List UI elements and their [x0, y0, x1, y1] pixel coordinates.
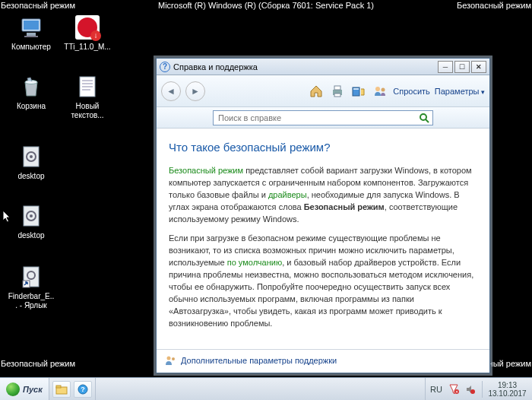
- help-footer: Дополнительные параметры поддержки: [157, 349, 489, 373]
- help-heading: Что такое безопасный режим?: [169, 139, 477, 156]
- icon-label: TTi_11.0_M...: [64, 43, 111, 52]
- clock-time: 19:13: [487, 381, 527, 389]
- svg-point-15: [30, 214, 33, 217]
- svg-point-36: [470, 389, 475, 394]
- icon-label: Компьютер: [8, 43, 55, 52]
- desktop-icon-finderbar-shortcut[interactable]: Finderbar_E... - Ярлык: [8, 265, 55, 310]
- help-paragraph-2: Если при загрузке в безопасном режиме су…: [169, 233, 477, 330]
- volume-icon[interactable]: [465, 384, 476, 395]
- maximize-button[interactable]: ☐: [454, 61, 470, 73]
- help-searchbar: [157, 107, 489, 129]
- icon-label: Корзина: [8, 102, 55, 111]
- support-more-link[interactable]: Дополнительные параметры поддержки: [181, 356, 337, 365]
- text-file-icon: [75, 75, 100, 99]
- close-button[interactable]: ✕: [471, 61, 486, 73]
- ask-someone-icon[interactable]: [372, 83, 388, 100]
- quicklaunch: ?: [49, 378, 96, 400]
- options-link[interactable]: Параметры: [435, 87, 485, 96]
- help-paragraph-1: Безопасный режим представляет собой вари…: [169, 165, 477, 226]
- svg-point-24: [375, 87, 380, 91]
- forward-button[interactable]: ►: [185, 81, 205, 101]
- icon-label: desktop: [8, 172, 55, 181]
- svg-point-26: [420, 114, 426, 120]
- search-button[interactable]: [416, 111, 432, 125]
- ask-link[interactable]: Спросить: [393, 87, 430, 96]
- icon-label: desktop: [8, 231, 55, 240]
- window-titlebar[interactable]: ? Справка и поддержка ─ ☐ ✕: [157, 59, 489, 75]
- action-center-icon[interactable]: ✕: [448, 384, 459, 395]
- svg-point-29: [172, 357, 175, 360]
- clock[interactable]: 19:13 13.10.2017: [482, 381, 527, 398]
- svg-rect-23: [353, 88, 359, 90]
- svg-rect-21: [334, 94, 340, 97]
- windows-orb-icon: [6, 383, 20, 396]
- help-support-window: ? Справка и поддержка ─ ☐ ✕ ◄ ► Спросить…: [156, 58, 490, 373]
- svg-point-12: [30, 155, 33, 158]
- svg-rect-3: [24, 36, 38, 37]
- window-title: Справка и поддержка: [173, 62, 438, 71]
- help-toolbar: ◄ ► Спросить Параметры: [157, 75, 489, 107]
- svg-line-27: [426, 119, 429, 122]
- desktop-icon-recyclebin[interactable]: Корзина: [8, 75, 55, 111]
- computer-icon: [19, 15, 43, 40]
- svg-rect-2: [27, 33, 36, 36]
- support-icon: [164, 354, 176, 367]
- desktop-icon-desktopini-2[interactable]: desktop: [8, 204, 55, 240]
- language-indicator[interactable]: RU: [430, 385, 442, 394]
- safemode-corner-tr: Безопасный режим: [457, 1, 531, 10]
- icon-label: Finderbar_E... - Ярлык: [8, 292, 55, 310]
- start-button[interactable]: Пуск: [0, 378, 49, 400]
- svg-text:?: ?: [81, 386, 85, 393]
- start-label: Пуск: [23, 385, 43, 394]
- back-button[interactable]: ◄: [161, 81, 181, 101]
- svg-text:✕: ✕: [455, 389, 458, 394]
- shortcut-file-icon: [19, 265, 43, 289]
- quicklaunch-help[interactable]: ?: [74, 381, 92, 398]
- svg-point-25: [382, 87, 385, 91]
- settings-file-icon: [19, 144, 43, 169]
- svg-rect-1: [24, 21, 39, 30]
- print-icon[interactable]: [329, 83, 346, 100]
- clock-date: 13.10.2017: [487, 389, 527, 398]
- help-content: Что такое безопасный режим? Безопасный р…: [157, 129, 489, 349]
- safemode-corner-tl: Безопасный режим: [1, 1, 75, 10]
- home-icon[interactable]: [308, 83, 325, 100]
- settings-file-icon: [19, 204, 43, 228]
- svg-point-28: [167, 357, 171, 360]
- system-tray: RU ✕ 19:13 13.10.2017: [425, 378, 532, 400]
- os-build-title: Microsoft (R) Windows (R) (Сборка 7601: …: [158, 1, 374, 10]
- minimize-button[interactable]: ─: [438, 61, 453, 73]
- quicklaunch-explorer[interactable]: [52, 381, 71, 398]
- svg-rect-20: [334, 86, 340, 90]
- desktop-icon-textdoc[interactable]: Новый текстов...: [64, 75, 111, 119]
- safemode-corner-bl: Безопасный режим: [1, 359, 75, 368]
- svg-rect-31: [56, 386, 61, 388]
- desktop-icon-computer[interactable]: Компьютер: [8, 15, 55, 52]
- trendmicro-icon: ↓: [75, 15, 100, 40]
- browse-icon[interactable]: [350, 83, 367, 100]
- taskbar: Пуск ? RU ✕ 19:13 13.10.2017: [0, 377, 532, 400]
- recyclebin-icon: [19, 75, 43, 99]
- desktop-icon-desktopini-1[interactable]: desktop: [8, 144, 55, 181]
- search-input[interactable]: [214, 113, 416, 122]
- desktop-icon-trendmicro[interactable]: ↓ TTi_11.0_M...: [64, 15, 111, 52]
- help-icon: ?: [160, 62, 170, 72]
- icon-label: Новый текстов...: [64, 102, 111, 119]
